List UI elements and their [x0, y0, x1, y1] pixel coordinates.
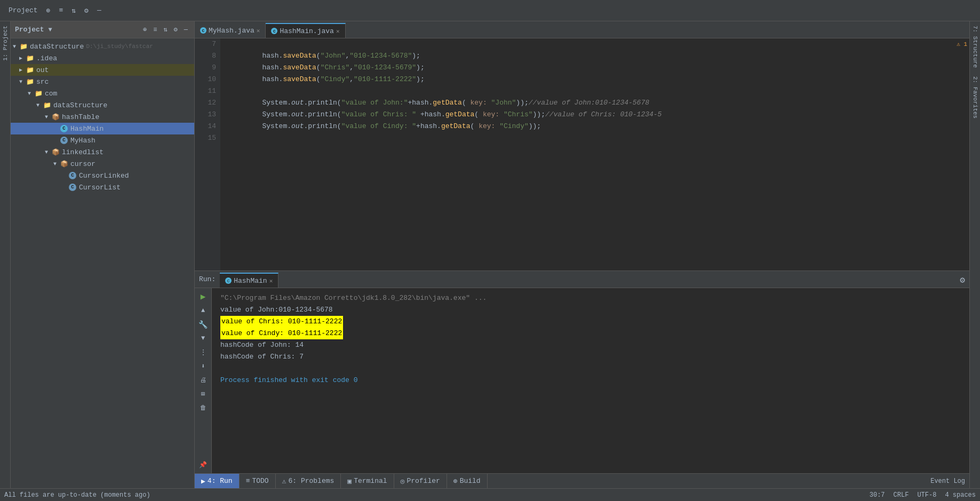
header-sort-icon[interactable]: ⇅	[161, 25, 169, 35]
run-scroll-up-button[interactable]: ▼	[197, 332, 210, 345]
tab-close-icon[interactable]: ✕	[257, 27, 260, 34]
bottom-tab-profiler-label: Profiler	[407, 477, 440, 485]
encoding[interactable]: UTF-8	[917, 491, 936, 499]
code-line-7	[229, 38, 961, 50]
bottom-tab-terminal[interactable]: ▣ Terminal	[341, 474, 394, 489]
run-toolbar: ▶ ▲ 🔧 ▼ ⋮ ⬇	[195, 288, 212, 473]
tab-java-icon-active: C	[271, 28, 277, 34]
cursor-position[interactable]: 30:7	[870, 491, 885, 499]
header-minimize-icon[interactable]: —	[182, 25, 190, 35]
line-num-10: 10	[199, 74, 216, 85]
build-icon: ⊕	[453, 477, 458, 486]
bottom-tab-build-label: Build	[460, 477, 481, 485]
expand-arrow-icon: ▼	[45, 114, 51, 120]
tree-label-com: com	[45, 90, 57, 98]
tree-label-idea: .idea	[36, 54, 57, 62]
tree-label-datastructure: dataStructure	[30, 43, 84, 51]
run-filter-button[interactable]: ⋮	[197, 346, 210, 359]
line-num-15: 15	[199, 132, 216, 144]
tree-item-hashtable[interactable]: ▼ 📦 hashTable	[11, 111, 194, 123]
line-ending[interactable]: CRLF	[894, 491, 909, 499]
java-file-icon: C	[68, 183, 77, 192]
run-tab-label: HashMain	[234, 277, 267, 285]
indent-setting[interactable]: 4 spaces	[945, 491, 976, 499]
toolbar-icon-settings[interactable]: ⚙	[80, 4, 93, 17]
tab-close-icon[interactable]: ✕	[336, 28, 340, 35]
project-side-label[interactable]: 1: Project	[1, 21, 10, 65]
tree-item-cursorlinked[interactable]: C CursorLinked	[11, 170, 194, 181]
tree-item-datastructure[interactable]: ▼ 📁 dataStructure D:\ji_study\fastcar	[11, 41, 194, 52]
toolbar-icon-add[interactable]: ⊕	[42, 4, 55, 17]
run-scroll-down-button[interactable]: ⬇	[197, 360, 210, 372]
tree-item-cursorlist[interactable]: C CursorList	[11, 181, 194, 193]
tab-myhash-label: MyHash.java	[209, 27, 254, 35]
expand-arrow-icon: ▼	[53, 161, 60, 167]
run-tabs-header: Run: C HashMain ✕ ⚙	[195, 271, 969, 288]
output-line-hashcode-chris: hashCode of Chris: 7	[220, 351, 961, 363]
header-list-icon[interactable]: ≡	[151, 25, 159, 35]
editor-content[interactable]: ⚠ 1 7 8 9 10 11 12 13 14 15	[195, 38, 969, 271]
tree-label-cursor: cursor	[70, 160, 95, 168]
arrow-up-icon: ▲	[201, 307, 205, 314]
run-panel: Run: C HashMain ✕ ⚙ ▶ ▲	[195, 271, 969, 473]
bottom-tab-terminal-label: Terminal	[354, 477, 387, 485]
tree-item-idea[interactable]: ▶ 📁 .idea	[11, 52, 194, 64]
favorites-label[interactable]: 2: Favorites	[972, 72, 978, 123]
project-header: Project ▼ ⊕ ≡ ⇅ ⚙ —	[11, 21, 194, 38]
folder-icon: 📁	[43, 101, 51, 109]
tree-item-cursor[interactable]: ▼ 📦 cursor	[11, 158, 194, 170]
toolbar-icon-sort[interactable]: ⇅	[67, 4, 80, 17]
header-add-icon[interactable]: ⊕	[141, 25, 149, 35]
print-icon: 🖨	[200, 376, 206, 384]
line-num-8: 8	[199, 50, 216, 62]
bottom-tab-profiler[interactable]: ◎ Profiler	[394, 474, 447, 489]
tree-item-myhash[interactable]: C MyHash	[11, 134, 194, 146]
tree-item-src[interactable]: ▼ 📁 src	[11, 76, 194, 88]
header-settings-icon[interactable]: ⚙	[172, 25, 180, 35]
expand-arrow-icon: ▼	[28, 91, 34, 97]
run-rerun-button[interactable]: 🔧	[197, 318, 210, 331]
bottom-tab-todo[interactable]: ≡ TODO	[240, 474, 276, 489]
run-trash-button[interactable]: 🗑	[197, 401, 210, 414]
bottom-tab-problems[interactable]: ⚠ 6: Problems	[276, 474, 341, 489]
bottom-tab-run-label: 4: Run	[208, 477, 233, 485]
code-line-10: hash.saveData("Cindy","010-1111-2222");	[229, 74, 961, 85]
package-folder-icon: 📦	[51, 113, 60, 121]
toolbar-icon-list[interactable]: ≡	[54, 4, 67, 17]
java-file-icon: C	[68, 171, 77, 180]
run-pin-button[interactable]: 📌	[197, 458, 210, 471]
status-bar-right: 30:7 CRLF UTF-8 4 spaces	[870, 491, 976, 499]
run-tab-close-icon[interactable]: ✕	[269, 277, 273, 284]
code-line-15	[229, 132, 961, 144]
run-content: ▶ ▲ 🔧 ▼ ⋮ ⬇	[195, 288, 969, 473]
tree-item-linkedlist[interactable]: ▼ 📦 linkedlist	[11, 146, 194, 158]
run-layout-button[interactable]: ⊞	[197, 387, 210, 400]
terminal-icon: ▣	[347, 477, 352, 486]
tab-hashmain-label: HashMain.java	[280, 27, 333, 35]
expand-arrow-icon: ▼	[13, 44, 19, 50]
run-tab-icon: C	[225, 277, 232, 284]
tree-label-hashmain: HashMain	[70, 125, 103, 133]
toolbar-icon-minimize[interactable]: —	[93, 4, 106, 17]
tab-myhash[interactable]: C MyHash.java ✕	[195, 23, 266, 38]
java-file-icon: C	[60, 124, 68, 133]
dropdown-arrow-icon[interactable]: ▼	[49, 26, 52, 34]
wrench-icon: 🔧	[198, 320, 208, 329]
project-label[interactable]: Project	[4, 4, 42, 17]
bottom-tab-build[interactable]: ⊕ Build	[447, 474, 488, 489]
run-stop-button[interactable]: ▲	[197, 304, 210, 317]
tree-item-hashmain[interactable]: C HashMain	[11, 123, 194, 134]
tree-item-datastructure-nested[interactable]: ▼ 📁 dataStructure	[11, 99, 194, 111]
bottom-tab-run[interactable]: ▶ 4: Run	[195, 474, 240, 489]
tree-item-com[interactable]: ▼ 📁 com	[11, 88, 194, 99]
tab-hashmain[interactable]: C HashMain.java ✕	[266, 23, 345, 38]
run-tab-hashmain[interactable]: C HashMain ✕	[220, 273, 278, 288]
tree-item-out[interactable]: ▶ 📁 out	[11, 64, 194, 76]
structure-label[interactable]: 7: Structure	[972, 21, 978, 72]
problems-icon: ⚠	[282, 477, 286, 486]
run-play-button[interactable]: ▶	[197, 290, 210, 303]
event-log-label[interactable]: Event Log	[926, 478, 969, 485]
arrow-down-icon: ▼	[201, 335, 205, 342]
run-print-button[interactable]: 🖨	[197, 373, 210, 386]
run-settings-icon[interactable]: ⚙	[955, 273, 969, 288]
